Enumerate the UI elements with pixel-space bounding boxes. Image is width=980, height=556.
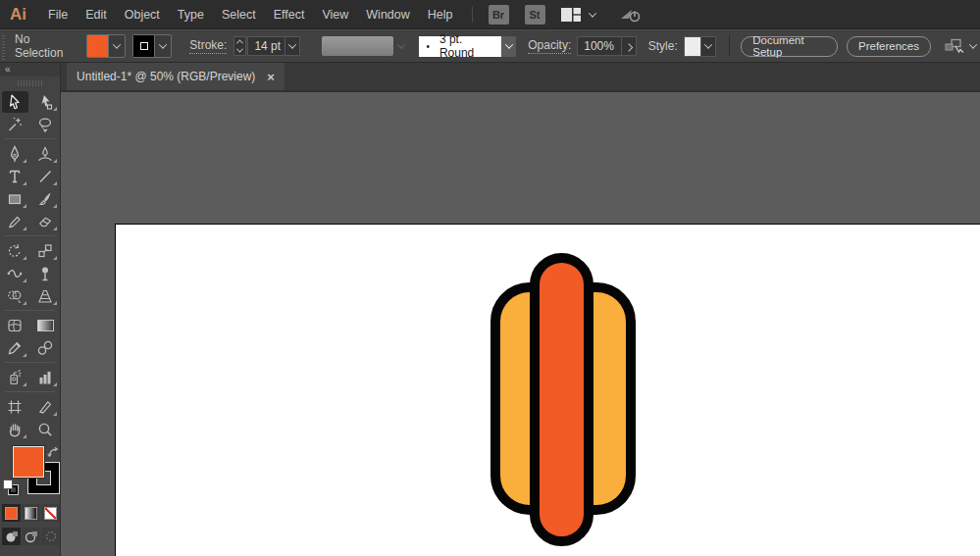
chevron-down-icon <box>701 39 715 53</box>
stroke-color-swatch[interactable] <box>133 35 155 57</box>
menu-file[interactable]: File <box>39 8 77 22</box>
gradient-tool[interactable] <box>32 315 59 336</box>
selection-tool[interactable] <box>2 91 28 113</box>
paintbrush-tool[interactable] <box>32 188 59 210</box>
fill-color-swatch[interactable] <box>87 35 109 57</box>
control-bar-divider <box>729 35 730 57</box>
default-fill-stroke-button[interactable] <box>3 480 19 495</box>
stock-button[interactable]: St <box>525 5 545 25</box>
width-tool[interactable] <box>2 263 28 284</box>
chevron-down-icon <box>586 8 599 22</box>
slice-tool[interactable] <box>32 396 59 418</box>
menu-edit[interactable]: Edit <box>77 8 116 22</box>
color-mode-buttons <box>2 504 60 522</box>
stroke-color-control[interactable] <box>132 34 172 58</box>
stroke-weight-label[interactable]: Stroke: <box>189 38 227 54</box>
preferences-button[interactable]: Preferences <box>847 36 931 57</box>
curvature-tool[interactable] <box>32 143 59 165</box>
stepper-up-icon[interactable] <box>233 37 247 46</box>
menu-object[interactable]: Object <box>116 8 169 22</box>
menu-help[interactable]: Help <box>419 8 462 22</box>
variable-width-profile-preview[interactable] <box>322 36 393 56</box>
scale-tool[interactable] <box>32 240 59 262</box>
collapse-panel-icon[interactable]: « <box>5 64 11 75</box>
draw-inside-button[interactable] <box>41 528 60 545</box>
symbol-sprayer-tool[interactable] <box>2 367 28 388</box>
type-tool[interactable] <box>2 166 28 187</box>
fill-color-box[interactable] <box>13 446 44 478</box>
opacity-expand-button[interactable] <box>622 36 637 56</box>
tab-close-button[interactable]: × <box>267 71 275 83</box>
mesh-icon <box>6 317 24 334</box>
direct-selection-tool[interactable] <box>32 91 59 113</box>
gpu-performance-button[interactable] <box>617 6 643 24</box>
zoom-tool[interactable] <box>32 419 59 440</box>
style-dropdown-button[interactable] <box>701 36 716 57</box>
document-tab-title: Untitled-1* @ 50% (RGB/Preview) <box>77 70 255 83</box>
tool-group-divider <box>5 138 55 139</box>
control-bar-grip[interactable] <box>0 31 7 61</box>
menu-view[interactable]: View <box>313 8 357 22</box>
column-graph-tool[interactable] <box>32 367 59 388</box>
gradient-button[interactable] <box>22 504 40 522</box>
opacity-label[interactable]: Opacity: <box>528 38 571 54</box>
draw-normal-button[interactable] <box>2 528 21 545</box>
brush-definition-dropdown[interactable]: • 3 pt. Round <box>419 36 501 57</box>
chevron-down-icon[interactable] <box>109 39 125 53</box>
eraser-icon <box>36 213 54 230</box>
chevron-down-icon[interactable] <box>966 39 980 53</box>
eraser-tool[interactable] <box>32 211 59 232</box>
stroke-weight-stepper[interactable] <box>233 36 246 56</box>
stepper-down-icon[interactable] <box>233 47 247 56</box>
perspective-grid-tool[interactable] <box>32 285 59 307</box>
opacity-field[interactable]: 100% <box>577 36 622 56</box>
artboard-tool[interactable] <box>2 396 28 418</box>
document-tab[interactable]: Untitled-1* @ 50% (RGB/Preview) × <box>67 63 284 90</box>
slice-icon <box>36 398 54 416</box>
control-bar: No Selection Stroke: 14 pt • 3 pt. Round… <box>0 29 980 63</box>
lasso-tool[interactable] <box>32 114 59 135</box>
none-button[interactable] <box>41 504 60 522</box>
hotdog-sausage-shape[interactable] <box>530 253 593 546</box>
document-canvas[interactable] <box>61 92 980 556</box>
rectangle-icon <box>6 190 24 208</box>
pen-tool[interactable] <box>2 143 28 165</box>
bridge-button[interactable]: Br <box>489 5 509 25</box>
rectangle-tool[interactable] <box>2 188 28 210</box>
stroke-weight-field[interactable]: 14 pt <box>247 36 285 56</box>
pencil-tool[interactable] <box>2 211 28 232</box>
blend-icon <box>36 339 54 357</box>
zoom-icon <box>36 421 54 438</box>
chevron-down-icon[interactable] <box>155 39 171 53</box>
workspace-switcher[interactable] <box>561 8 599 22</box>
draw-behind-button[interactable] <box>22 528 40 545</box>
stroke-weight-dropdown[interactable] <box>285 36 300 56</box>
blend-tool[interactable] <box>32 337 59 359</box>
fill-color-control[interactable] <box>86 34 126 58</box>
mesh-tool[interactable] <box>2 315 28 336</box>
rotate-tool[interactable] <box>2 240 28 262</box>
document-setup-button[interactable]: Document Setup <box>741 36 838 57</box>
magic-wand-tool[interactable] <box>2 114 28 135</box>
menu-select[interactable]: Select <box>213 8 265 22</box>
style-swatch[interactable] <box>684 36 702 57</box>
tools-panel-grip[interactable] <box>18 80 43 86</box>
hand-tool[interactable] <box>2 419 28 440</box>
lasso-icon <box>36 116 54 133</box>
puppet-warp-tool[interactable] <box>32 263 59 284</box>
menu-window[interactable]: Window <box>357 8 418 22</box>
menu-type[interactable]: Type <box>169 8 213 22</box>
shape-builder-tool[interactable] <box>2 285 28 307</box>
tools-panel-header[interactable]: « <box>0 63 60 76</box>
direct-selection-icon <box>36 93 54 111</box>
line-segment-tool[interactable] <box>32 166 59 187</box>
select-similar-control[interactable] <box>943 38 980 55</box>
solid-color-icon <box>5 507 18 520</box>
brush-dropdown-button[interactable] <box>501 36 516 57</box>
menu-effect[interactable]: Effect <box>265 8 314 22</box>
swap-fill-stroke-button[interactable] <box>47 445 60 463</box>
eyedropper-tool[interactable] <box>2 337 28 359</box>
line-segment-icon <box>36 168 54 185</box>
fill-stroke-indicator <box>0 444 60 499</box>
color-button[interactable] <box>2 504 21 522</box>
